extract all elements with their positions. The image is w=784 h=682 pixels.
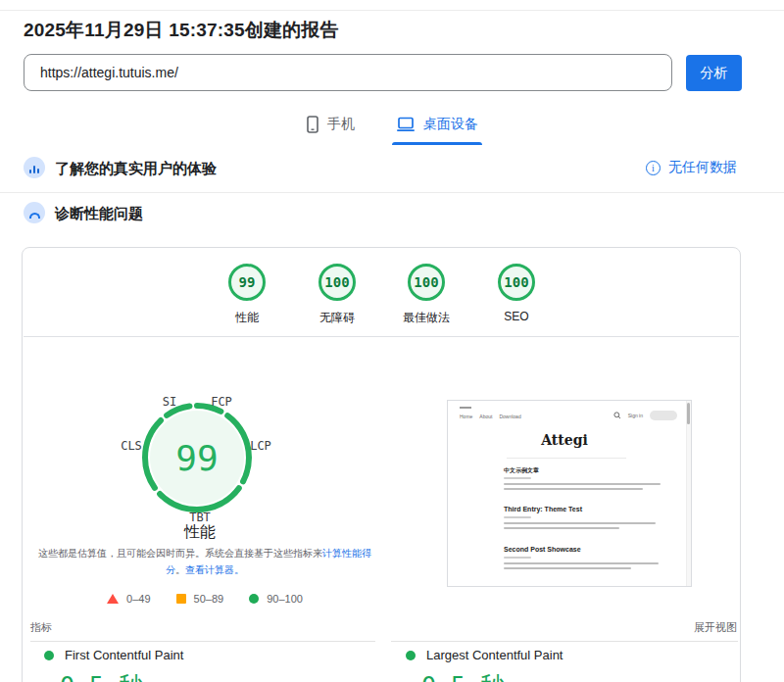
bar-chart-icon [24,157,45,178]
metric-lcp-name: Largest Contentful Paint [426,648,563,662]
score-seo[interactable]: 100 SEO [472,264,561,323]
thumb-text-line [504,483,661,485]
report-card: 99 性能 100 无障碍 100 最佳做法 100 SEO SI FCP CL… [22,247,741,682]
laptop-icon [396,117,416,132]
info-icon: i [646,161,661,175]
field-data-title: 了解您的真实用户的体验 [55,160,217,178]
score-legend: 0–49 50–89 90–100 [36,593,373,605]
metrics-divider-right [391,641,738,642]
thumb-nav: Home About Download [460,414,521,419]
score-best-practices-value: 100 [408,264,445,301]
thumb-text-line [504,527,619,529]
page-title: 2025年11月29日 15:37:35创建的报告 [24,18,339,43]
search-icon [613,412,621,419]
thumb-post-date-3 [504,557,531,559]
metric-lcp: Largest Contentful Paint 0.5 秒 [406,648,563,682]
thumb-divider [507,458,626,459]
metric-lcp-value: 0.5 秒 [421,669,563,682]
thumb-text-line [504,488,643,490]
score-accessibility-label: 无障碍 [293,310,381,326]
metrics-divider-left [30,641,375,642]
calculator-link[interactable]: 查看计算器。 [185,564,244,575]
tab-desktop[interactable]: 桌面设备 [392,108,482,145]
url-input[interactable] [24,54,672,91]
tab-mobile[interactable]: 手机 [302,108,359,145]
thumb-post-title-1: 中文示例文章 [504,466,539,475]
active-tab-underline [392,142,482,145]
thumb-scrollbar-thumb[interactable] [687,403,690,424]
legend-pass: 90–100 [249,593,303,605]
score-performance-label: 性能 [203,310,291,326]
legend-square-icon [176,594,186,604]
thumb-post-date-2 [504,516,531,518]
thumb-post-title-2: Third Entry: Theme Test [504,506,582,512]
score-seo-value: 100 [498,264,535,301]
tab-mobile-label: 手机 [327,116,355,133]
thumb-post-date-1 [504,477,531,479]
score-performance[interactable]: 99 性能 [203,264,291,326]
card-divider [24,336,739,337]
thumb-text-line [504,522,656,524]
legend-circle-icon [249,594,259,604]
section-divider [0,192,784,193]
diagnostics-section-header: 诊断性能问题 [0,202,784,237]
diagnostics-title: 诊断性能问题 [55,205,143,223]
speedometer-icon [24,202,45,223]
gauge-label-si: SI [163,395,176,409]
pass-dot-icon [406,651,416,660]
gauge-label-lcp: LCP [250,439,271,453]
pass-dot-icon [44,651,54,660]
device-tabs: 手机 桌面设备 [0,108,784,145]
gauge-label-fcp: FCP [211,395,232,409]
legend-average: 50–89 [176,593,224,605]
no-data-label: 无任何数据 [668,159,737,176]
thumb-header-right: Sign in [613,411,677,420]
disclaimer-text: 这些都是估算值，且可能会因时而异。系统会直接基于这些指标来 [38,548,322,559]
legend-fail: 0–49 [107,593,150,605]
legend-triangle-icon [107,594,119,604]
score-best-practices[interactable]: 100 最佳做法 [382,264,470,326]
expand-view-button[interactable]: 展开视图 [694,620,737,635]
thumb-logo [460,407,471,409]
score-accessibility-value: 100 [318,264,356,301]
gauge-caption: 性能 [184,522,216,543]
thumb-subscribe-pill [650,411,677,420]
tab-desktop-label: 桌面设备 [423,116,478,133]
metric-fcp: First Contentful Paint 0.5 秒 [44,648,183,682]
no-data-status[interactable]: i 无任何数据 [646,159,737,176]
metric-fcp-name: First Contentful Paint [65,648,183,662]
analyze-button[interactable]: 分析 [686,55,742,91]
gauge-label-cls: CLS [121,439,142,453]
metrics-header-row: 指标 展开视图 [30,620,737,635]
top-divider [0,10,784,11]
thumb-signin-label: Sign in [628,413,643,418]
thumb-post-title-3: Second Post Showcase [504,546,581,553]
thumb-text-line [504,567,631,569]
thumb-site-title: Attegi [448,432,681,448]
field-data-section-header: 了解您的真实用户的体验 i 无任何数据 [0,157,784,192]
gauge-score: 99 [175,438,218,478]
metric-fcp-value: 0.5 秒 [60,669,183,682]
thumb-scrollbar[interactable] [686,401,691,586]
metrics-header-label: 指标 [30,620,52,635]
score-best-practices-label: 最佳做法 [382,310,470,326]
score-disclaimer: 这些都是估算值，且可能会因时而异。系统会直接基于这些指标来计算性能得分。查看计算… [36,545,373,578]
phone-icon [306,116,319,133]
site-screenshot-thumbnail[interactable]: Home About Download Sign in Attegi 中文示例文… [447,400,692,587]
score-accessibility[interactable]: 100 无障碍 [293,264,381,326]
thumb-text-line [504,562,659,564]
score-seo-label: SEO [472,310,561,323]
score-performance-value: 99 [228,264,266,301]
